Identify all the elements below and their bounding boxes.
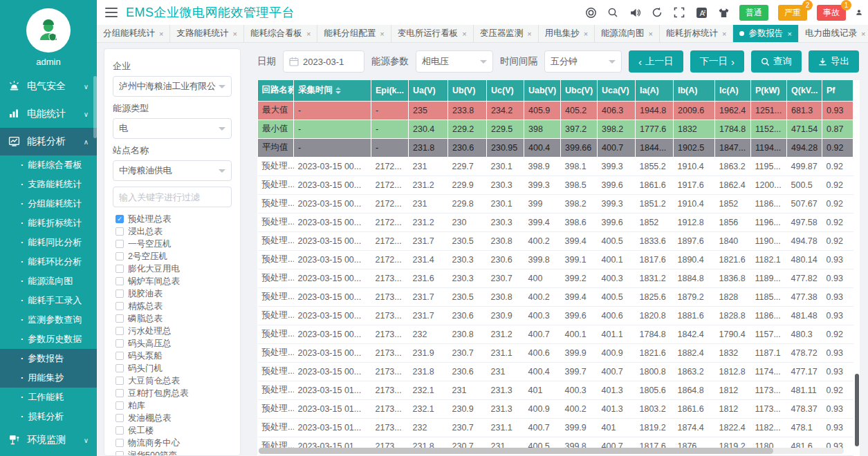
vertical-scrollbar[interactable] [854, 80, 860, 456]
tab-close-icon[interactable]: × [306, 30, 311, 38]
table-row[interactable]: 预处理...2023-03-15 00...2173...232230.8231… [258, 325, 853, 343]
meter-checkbox[interactable] [116, 277, 124, 285]
sidebar-group-环境监测[interactable]: 环境监测∨ [0, 426, 97, 454]
tab-能源流向图[interactable]: 能源流向图× [595, 25, 660, 42]
meter-item-侯工楼[interactable]: 侯工楼 [113, 424, 232, 437]
column-header-Ib(A)[interactable]: Ib(A) [674, 80, 715, 101]
meter-item-污水处理总[interactable]: 污水处理总 [113, 325, 232, 337]
company-select[interactable]: 泸州中海粮油工业有限公司 [113, 76, 232, 97]
export-button[interactable]: 导出 [809, 50, 859, 73]
param-select[interactable]: 相电压 [416, 50, 493, 73]
meter-checkbox[interactable] [116, 314, 124, 323]
meter-checkbox[interactable]: ✓ [116, 215, 124, 223]
column-header-Q(kV...[interactable]: Q(kV... [787, 80, 822, 101]
table-row[interactable]: 预处理...2023-03-15 00...2172...231.7230.52… [258, 231, 853, 250]
tab-分组能耗统计[interactable]: 分组能耗统计× [97, 25, 170, 42]
user-icon[interactable] [856, 6, 862, 19]
table-row[interactable]: 预处理...2023-03-15 00...2173...231.9230.72… [258, 343, 853, 362]
horizontal-scrollbar[interactable] [259, 448, 844, 454]
meter-checkbox[interactable] [116, 426, 124, 435]
table-row[interactable]: 预处理...2023-03-15 01...2173...232.1230.92… [258, 399, 853, 418]
font-size-icon[interactable]: Az [695, 6, 708, 19]
meter-item-一号空压机[interactable]: 一号空压机 [113, 238, 232, 250]
meter-checkbox[interactable] [116, 352, 124, 360]
alarm-level-badge-accident[interactable]: 事故1 [817, 5, 846, 21]
tab-close-icon[interactable]: × [584, 30, 588, 38]
sidebar-item-工作能耗[interactable]: ·工作能耗 [0, 388, 97, 407]
meter-filter-input[interactable] [119, 192, 225, 202]
tab-close-icon[interactable]: × [649, 30, 653, 38]
sidebar-item-能耗综合看板[interactable]: ·能耗综合看板 [0, 155, 97, 175]
column-header-Epi(k...[interactable]: Epi(k... [371, 80, 409, 101]
alarm-level-badge-severe[interactable]: 严重2 [778, 5, 807, 21]
meter-checkbox[interactable] [116, 252, 124, 260]
table-row[interactable]: 预处理...2023-03-15 01...2173...232230.7231… [258, 418, 853, 437]
horizontal-scrollbar-thumb[interactable] [259, 448, 773, 454]
sidebar-item-用能集抄[interactable]: ·用能集抄 [0, 368, 97, 388]
tab-电力曲线记录[interactable]: 电力曲线记录× [799, 25, 868, 42]
theme-shirt-icon[interactable] [717, 6, 730, 19]
meter-item-润华500箱变[interactable]: 润华500箱变 [113, 449, 232, 456]
sidebar-item-参数报告[interactable]: ·参数报告 [0, 349, 97, 368]
tab-参数报告[interactable]: 参数报告× [733, 25, 798, 42]
table-row[interactable]: 预处理...2023-03-15 00...2172...231.2230230… [258, 213, 853, 231]
alarm-level-badge-normal[interactable]: 普通 [739, 5, 768, 21]
prev-day-button[interactable]: ‹上一日 [629, 50, 683, 73]
meter-checkbox[interactable] [116, 327, 124, 335]
sort-carets-icon[interactable] [335, 87, 341, 94]
meter-item-发油棚总表[interactable]: 发油棚总表 [113, 412, 232, 424]
next-day-button[interactable]: 下一日› [690, 50, 745, 73]
column-header-Uca(V)[interactable]: Uca(V) [598, 80, 636, 101]
table-row[interactable]: 预处理...2023-03-15 00...2173...231.7230.62… [258, 306, 853, 325]
meter-checkbox[interactable] [116, 377, 124, 385]
station-select[interactable]: 中海粮油供电 [113, 160, 232, 181]
refresh-icon[interactable] [651, 6, 663, 19]
sidebar-item-能耗环比分析[interactable]: ·能耗环比分析 [0, 252, 97, 272]
column-header-P(kW)[interactable]: P(kW) [751, 80, 787, 101]
sidebar-item-能耗手工录入[interactable]: ·能耗手工录入 [0, 291, 97, 310]
meter-checkbox[interactable] [116, 451, 124, 456]
meter-item-粕库[interactable]: 粕库 [113, 399, 232, 412]
meter-item-码头门机[interactable]: 码头门机 [113, 362, 232, 374]
meter-checkbox[interactable] [116, 401, 124, 410]
tab-支路能耗统计[interactable]: 支路能耗统计× [170, 25, 243, 42]
tab-能耗分组配置[interactable]: 能耗分组配置× [317, 25, 391, 42]
sidebar-item-支路能耗统计[interactable]: ·支路能耗统计 [0, 175, 97, 194]
column-header-Ubc(V)[interactable]: Ubc(V) [561, 80, 598, 101]
meter-checkbox[interactable] [116, 364, 124, 372]
avatar[interactable] [26, 8, 71, 53]
tab-变电所运行看板[interactable]: 变电所运行看板× [391, 25, 474, 42]
column-header-Ia(A)[interactable]: Ia(A) [636, 80, 674, 101]
meter-item-锅炉车间总表[interactable]: 锅炉车间总表 [113, 275, 232, 287]
sidebar-item-能耗同比分析[interactable]: ·能耗同比分析 [0, 233, 97, 252]
meter-checkbox[interactable] [116, 289, 124, 298]
sidebar-group-能耗分析[interactable]: 能耗分析∧ [0, 128, 97, 155]
query-button[interactable]: 查询 [751, 50, 802, 73]
meter-checkbox[interactable] [116, 414, 124, 422]
tab-能耗折标统计[interactable]: 能耗折标统计× [660, 25, 733, 42]
meter-checkbox[interactable] [116, 439, 124, 447]
sidebar-group-电气安全[interactable]: 电气安全∨ [0, 73, 97, 100]
meter-item-预处理总表[interactable]: ✓预处理总表 [113, 213, 232, 225]
tab-用电集抄[interactable]: 用电集抄× [539, 25, 595, 42]
tab-close-icon[interactable]: × [722, 30, 726, 38]
meter-item-码头泵船[interactable]: 码头泵船 [113, 350, 232, 362]
tab-close-icon[interactable]: × [861, 30, 865, 38]
table-row[interactable]: 预处理...2023-03-15 00...2172...231.2229.92… [258, 175, 853, 194]
energy-type-select[interactable]: 电 [113, 118, 232, 139]
tab-close-icon[interactable]: × [462, 30, 466, 38]
column-header-Ua(V)[interactable]: Ua(V) [409, 80, 448, 101]
vertical-scrollbar-thumb[interactable] [855, 374, 859, 446]
sidebar-item-能耗折标统计[interactable]: ·能耗折标统计 [0, 213, 97, 233]
sidebar-item-监测参数查询[interactable]: ·监测参数查询 [0, 310, 97, 330]
tab-close-icon[interactable]: × [787, 30, 791, 38]
sidebar-group-电能统计[interactable]: 电能统计∨ [0, 100, 97, 128]
table-row[interactable]: 预处理...2023-03-15 01...2173...232.1231231… [258, 381, 853, 399]
meter-item-大豆筒仓总表[interactable]: 大豆筒仓总表 [113, 374, 232, 387]
search-icon[interactable] [607, 6, 619, 19]
tab-close-icon[interactable]: × [527, 30, 531, 38]
tab-close-icon[interactable]: × [159, 30, 163, 38]
meter-item-脱胶油表[interactable]: 脱胶油表 [113, 287, 232, 300]
sidebar-item-能源流向图[interactable]: ·能源流向图 [0, 272, 97, 291]
meter-item-物流商务中心[interactable]: 物流商务中心 [113, 437, 232, 449]
